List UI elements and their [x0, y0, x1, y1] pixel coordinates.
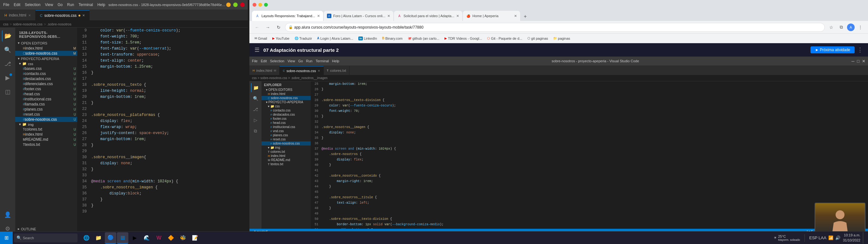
bookmark-git-paginas[interactable]: ⬡ git paginas: [526, 36, 550, 41]
address-bar[interactable]: 🔒 app.alura cursos.com/course/layouts-re…: [285, 23, 825, 32]
browser-max-btn[interactable]: [264, 3, 268, 7]
file-destacados[interactable]: # destacados.css U: [15, 76, 77, 81]
browser-tab-1[interactable]: A Layouts Responsivos: Trabajand... ✕: [252, 11, 323, 21]
open-editors-section[interactable]: ▾ OPEN EDITORS: [15, 40, 77, 46]
nested-si-head[interactable]: # head.css: [261, 121, 311, 125]
taskbar-app9[interactable]: 📝: [189, 232, 201, 244]
open-editor-index[interactable]: H index.html M: [15, 46, 77, 51]
nested-si-textos[interactable]: T textos.txt: [261, 162, 311, 166]
run-debug-icon[interactable]: ▶: [2, 72, 13, 84]
open-editor-sobre[interactable]: C sobre-nosotros.css M: [15, 51, 77, 56]
nested-si-openeditors[interactable]: ▾ OPEN EDITORS: [261, 88, 311, 92]
lesson-next-btn[interactable]: ► Próxima atividade: [810, 47, 855, 53]
reload-btn[interactable]: ↻: [274, 23, 283, 32]
nested-si-img-folder[interactable]: ▾ 📁 img: [261, 146, 311, 150]
file-diferenciales[interactable]: # diferenciales.css U: [15, 81, 77, 86]
nm-view[interactable]: View: [287, 59, 295, 63]
tab-close-icon[interactable]: ✕: [28, 14, 31, 17]
nm-run[interactable]: Run: [306, 59, 312, 63]
code-editor[interactable]: 910111213 1415161718 1920212223 24252627…: [77, 28, 248, 237]
nested-si-reset[interactable]: # reset.css: [261, 137, 311, 142]
file-institucional[interactable]: # institucional.css U: [15, 97, 77, 102]
nested-si-readme[interactable]: M README.md: [261, 158, 311, 162]
lesson-dots-icon[interactable]: ⋮: [857, 47, 863, 53]
browser-menu-btn[interactable]: ⋮: [856, 23, 865, 32]
nm-help[interactable]: Help: [332, 59, 339, 63]
bookmark-tdr[interactable]: ▶ TDR Videos - Googl...: [442, 36, 484, 41]
taskbar-edge[interactable]: 🌐: [81, 232, 92, 244]
project-section[interactable]: ▾ PROYECTO-APEPERIA: [15, 56, 77, 61]
taskbar-app8[interactable]: 🐝: [177, 232, 189, 244]
nested-si-colores[interactable]: T colores.txt: [261, 150, 311, 154]
start-btn[interactable]: ⊞: [0, 232, 13, 244]
nested-si-footer[interactable]: # footer.css: [261, 117, 311, 121]
nested-debug-icon[interactable]: ▷: [251, 116, 260, 125]
nested-tab-index[interactable]: H index.html M: [249, 66, 280, 75]
nested-scm-icon[interactable]: ⎇: [251, 105, 260, 114]
browser-close-btn[interactable]: [253, 3, 256, 7]
forward-btn[interactable]: →: [264, 23, 272, 32]
taskbar-search[interactable]: 🔍 Search: [14, 234, 78, 242]
nested-explorer-icon[interactable]: 📁: [251, 83, 260, 92]
profile-btn[interactable]: A: [847, 24, 855, 31]
menu-run[interactable]: Run: [67, 3, 74, 7]
menu-selection[interactable]: Selection: [25, 3, 40, 7]
tab-close-4[interactable]: ✕: [514, 14, 517, 18]
nested-close[interactable]: ✕: [862, 59, 865, 64]
nm-terminal[interactable]: Terminal: [316, 59, 329, 63]
browser-min-btn[interactable]: [258, 3, 262, 7]
bookmark-binary[interactable]: B Binary.com: [380, 36, 404, 41]
taskbar-chrome[interactable]: 🔵: [105, 232, 116, 244]
file-textos[interactable]: T textos.txt U: [15, 142, 77, 147]
minimize-btn[interactable]: [226, 3, 231, 7]
bookmark-translate[interactable]: 🌐 Traduzir: [292, 36, 314, 41]
nested-si-project[interactable]: ▾ PROYECTO-APEPERIA: [261, 100, 311, 104]
tab-index-html[interactable]: H index.html ✕: [0, 10, 36, 20]
file-planes[interactable]: # planes.css U: [15, 107, 77, 112]
bookmark-paginas[interactable]: 📁 paginas: [551, 36, 572, 41]
nested-si-vnd[interactable]: # vnd.css: [261, 129, 311, 133]
file-bases[interactable]: # bases.css U: [15, 66, 77, 71]
nested-si-planes[interactable]: # planes.css: [261, 133, 311, 137]
nested-max[interactable]: □: [857, 59, 860, 64]
bookmark-gmail[interactable]: ✉ Gmail: [253, 36, 269, 41]
menu-go[interactable]: Go: [58, 3, 63, 7]
nm-file[interactable]: File: [252, 59, 258, 63]
tab-sobre-nosotros[interactable]: C sobre-nosotros.css ✕: [36, 10, 90, 20]
nested-ext-icon[interactable]: ⧉: [251, 126, 260, 135]
menu-edit[interactable]: Edit: [14, 3, 20, 7]
nested-min[interactable]: ─: [851, 59, 854, 64]
file-sobre-nosotros[interactable]: # sobre-nosotros.css U: [15, 117, 77, 122]
css-folder[interactable]: ▾ 📁 css: [15, 61, 77, 66]
lesson-menu-icon[interactable]: ☰: [254, 47, 259, 53]
browser-tab-2[interactable]: A Foro | Alura Latam - Cursos onli... ✕: [324, 11, 393, 21]
nested-si-sobre-css[interactable]: # sobre-nosotros.css: [261, 142, 311, 146]
menu-view[interactable]: View: [45, 3, 53, 7]
tab-close-3[interactable]: ✕: [456, 14, 459, 18]
nested-code-editor[interactable]: 2526272829 3031323334 3536373839 4041424…: [311, 81, 868, 229]
nested-si-sobre[interactable]: C sobre-nosotros.css: [261, 96, 311, 100]
file-footer[interactable]: # footer.css U: [15, 86, 77, 92]
explorer-icon[interactable]: 📂: [2, 30, 13, 41]
search-icon[interactable]: 🔍: [2, 44, 13, 56]
nested-tab-close1[interactable]: M: [274, 69, 276, 72]
account-icon[interactable]: 👤: [2, 209, 13, 220]
bookmark-youtube[interactable]: ▶ YouTube: [270, 36, 291, 41]
tab-close-2[interactable]: ✕: [387, 14, 390, 18]
extensions-btn[interactable]: ⧉: [837, 23, 846, 32]
editor-area[interactable]: 910111213 1415161718 1920212223 24252627…: [77, 28, 248, 237]
new-tab-btn[interactable]: +: [521, 12, 530, 21]
tab-close-1[interactable]: ✕: [317, 14, 320, 18]
outline-section[interactable]: ▸ OUTLINE: [15, 226, 77, 232]
back-btn[interactable]: ←: [253, 23, 261, 32]
nm-edit[interactable]: Edit: [261, 59, 267, 63]
extensions-icon[interactable]: ◫: [2, 86, 13, 97]
nested-tab-sobre[interactable]: C sobre-nosotros.css ✕: [280, 66, 323, 75]
source-control-icon[interactable]: ⎇: [2, 58, 13, 69]
nested-si-institucional[interactable]: # institucional.css: [261, 125, 311, 129]
taskbar-app7[interactable]: 🔶: [165, 232, 177, 244]
browser-tab-4[interactable]: 🍎 Home | Apeperia ✕: [463, 11, 520, 21]
nested-si-destacados[interactable]: # destacados.css: [261, 113, 311, 117]
taskbar-app5[interactable]: 🌊: [141, 232, 153, 244]
browser-tab-3[interactable]: A Solicitud para el video | Adapta... ✕: [394, 11, 462, 21]
